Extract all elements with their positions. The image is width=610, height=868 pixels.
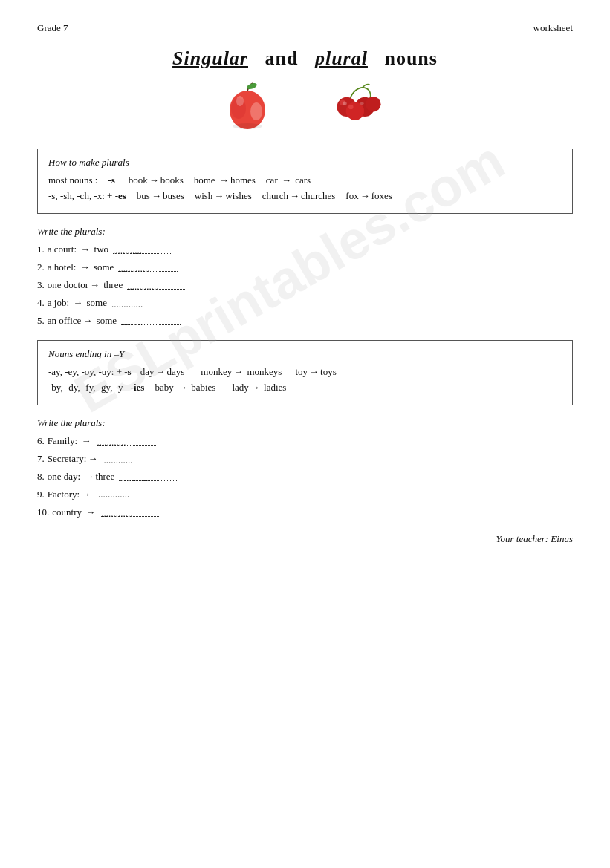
ex7-num: 7. [37, 453, 45, 465]
section2-title: Write the plurals: [37, 417, 573, 429]
rule1-ex2: home homes [194, 174, 256, 186]
ex8-num: 8. [37, 471, 45, 483]
exercise-2: 2. a hotel: some ............. [37, 261, 573, 273]
worksheet-label: worksheet [533, 22, 573, 34]
ex8-text: one day: three [48, 471, 115, 483]
ex3-answer: ............. [127, 281, 186, 290]
rule2-text: -s, -sh, -ch, -x: + -es [48, 190, 126, 202]
rule2-l2-ex2: lady ladies [232, 382, 286, 394]
svg-point-11 [365, 97, 380, 112]
rule2-l2-ex1: baby babies [155, 382, 215, 394]
rule2-l2-suffix: -ies [131, 382, 145, 394]
svg-point-12 [343, 101, 347, 105]
ex3-num: 3. [37, 279, 45, 291]
svg-point-4 [236, 96, 244, 106]
exercise-6: 6. Family: ............ [37, 435, 573, 447]
exercise-1: 1. a court: two ............ [37, 244, 573, 255]
ex2-num: 2. [37, 261, 45, 273]
rule2-l1-ex3: toytoys [295, 366, 336, 378]
svg-point-5 [233, 123, 262, 129]
rule2-l1-ex1: daydays [140, 366, 185, 378]
rule-box2-title: Nouns ending in –Y [48, 348, 562, 360]
section2-exercises: 6. Family: ............ 7. Secretary: ..… [37, 435, 573, 518]
ex4-num: 4. [37, 297, 45, 309]
ex6-num: 6. [37, 435, 45, 447]
rule1-text: most nouns : + -s [48, 174, 115, 186]
ex6-text: Family: [48, 435, 93, 447]
page-title: Singular and plural nouns [37, 48, 573, 70]
rule2-l2-text: -by, -dy, -fy, -gy, -y [48, 382, 123, 394]
rule1-ex1: bookbooks [129, 174, 184, 186]
rule1-ex3: car cars [266, 174, 311, 186]
title-and: and [265, 48, 299, 69]
ex7-answer: ............ [103, 454, 163, 463]
rule2-l1-text: -ay, -ey, -oy, -uy: + -s [48, 366, 132, 378]
ex6-answer: ............ [97, 437, 156, 446]
ex5-answer: ......... [121, 316, 181, 325]
rule2-l1-ex2: monkey monkeys [201, 366, 282, 378]
rule2-ex4: foxfoxes [345, 190, 392, 202]
exercise-8: 8. one day: three ............. [37, 471, 573, 483]
rule-box1-title: How to make plurals [48, 157, 562, 169]
cherries-image [331, 80, 387, 132]
title-singular: Singular [172, 48, 248, 69]
ex3-text: one doctor three [48, 279, 123, 291]
ex7-text: Secretary: [48, 453, 100, 465]
ex9-answer: ............. [98, 489, 129, 500]
footer: Your teacher: Einas [37, 533, 573, 545]
rule-line2: -s, -sh, -ch, -x: + -es busbuses wishwis… [48, 190, 562, 202]
ex1-num: 1. [37, 244, 45, 255]
exercise-4: 4. a job: some ............. [37, 297, 573, 309]
rule-box-plurals: How to make plurals most nouns : + -s bo… [37, 149, 573, 214]
exercise-7: 7. Secretary: ............ [37, 453, 573, 465]
grade-label: Grade 7 [37, 22, 68, 34]
ex10-answer: ............. [101, 508, 160, 517]
ex5-text: an office some [48, 315, 117, 327]
images-row [37, 80, 573, 132]
header: Grade 7 worksheet [37, 22, 573, 34]
ex1-answer: ............ [113, 245, 172, 254]
section1-title: Write the plurals: [37, 226, 573, 238]
ex9-text: Factory: [48, 489, 92, 500]
svg-point-2 [250, 102, 262, 120]
rule2-ex3: churchchurches [262, 190, 336, 202]
ex4-answer: ............. [111, 298, 171, 307]
ex5-num: 5. [37, 315, 45, 327]
rule2-line1: -ay, -ey, -oy, -uy: + -s daydays monkey … [48, 366, 562, 378]
exercise-10: 10. country ............. [37, 506, 573, 518]
exercise-9: 9. Factory: ............. [37, 489, 573, 500]
rule-box2-y: Nouns ending in –Y -ay, -ey, -oy, -uy: +… [37, 340, 573, 405]
exercise-5: 5. an office some ......... [37, 315, 573, 327]
ex1-text: a court: two [48, 244, 108, 255]
rule2-line2: -by, -dy, -fy, -gy, -y -ies baby babies … [48, 382, 562, 394]
ex10-num: 10. [37, 506, 49, 518]
ex8-answer: ............. [119, 472, 178, 481]
title-plural: plural [315, 48, 368, 69]
ex2-answer: ............. [118, 263, 178, 272]
exercise-3: 3. one doctor three ............. [37, 279, 573, 291]
section1-exercises: 1. a court: two ............ 2. a hotel:… [37, 244, 573, 327]
svg-point-13 [360, 102, 363, 105]
apple-image [224, 80, 272, 132]
rule-line1: most nouns : + -s bookbooks home homes c… [48, 174, 562, 186]
ex4-text: a job: some [48, 297, 107, 309]
rule2-ex1: busbuses [137, 190, 184, 202]
title-nouns: nouns [384, 48, 438, 69]
footer-text: Your teacher: Einas [496, 533, 573, 544]
ex10-text: country [52, 506, 97, 518]
svg-point-10 [348, 105, 353, 110]
rule2-ex2: wishwishes [195, 190, 252, 202]
ex9-num: 9. [37, 489, 45, 500]
ex2-text: a hotel: some [48, 261, 114, 273]
